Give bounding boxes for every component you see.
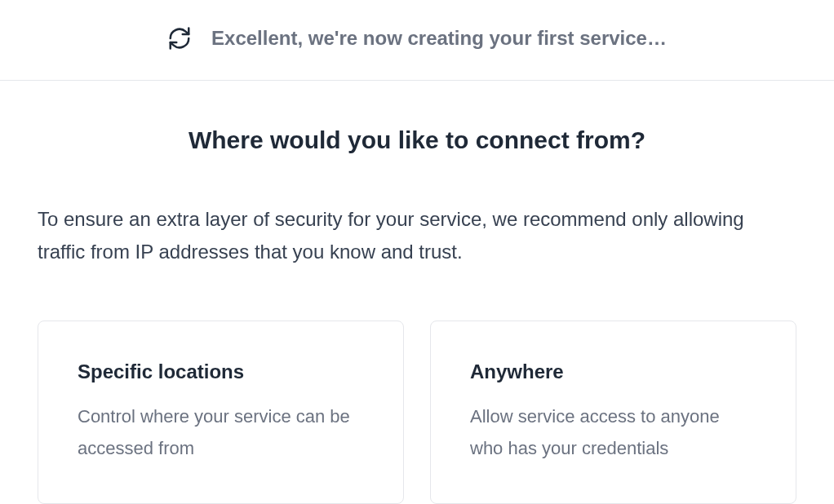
page-description: To ensure an extra layer of security for… — [38, 203, 796, 268]
option-anywhere[interactable]: Anywhere Allow service access to anyone … — [430, 321, 796, 504]
option-description: Control where your service can be access… — [78, 401, 364, 464]
option-title: Anywhere — [470, 360, 756, 383]
option-title: Specific locations — [78, 360, 364, 383]
status-text: Excellent, we're now creating your first… — [211, 27, 667, 50]
options-container: Specific locations Control where your se… — [38, 321, 796, 504]
option-specific-locations[interactable]: Specific locations Control where your se… — [38, 321, 404, 504]
main-content: Where would you like to connect from? To… — [0, 81, 834, 504]
page-heading: Where would you like to connect from? — [38, 126, 796, 154]
status-header: Excellent, we're now creating your first… — [0, 0, 834, 81]
option-description: Allow service access to anyone who has y… — [470, 401, 756, 464]
sync-icon — [167, 26, 192, 51]
